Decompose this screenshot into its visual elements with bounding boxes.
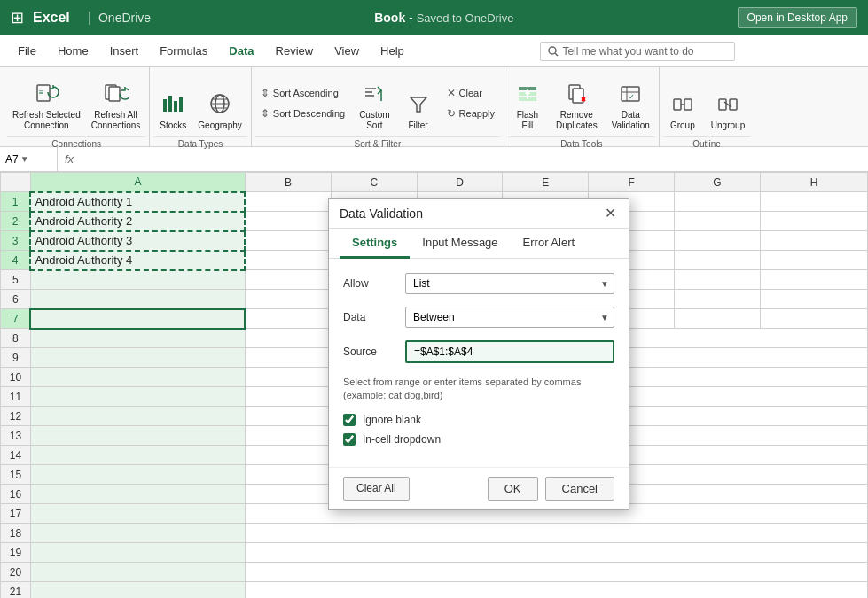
menu-home[interactable]: Home [47, 39, 99, 63]
tab-error-alert[interactable]: Error Alert [511, 229, 588, 259]
geography-button[interactable]: Geography [192, 71, 246, 135]
custom-sort-button[interactable]: CustomSort [354, 71, 395, 135]
menu-help[interactable]: Help [370, 39, 415, 63]
data-validation-button[interactable]: ✓ DataValidation [606, 71, 655, 135]
sort-descending-button[interactable]: ⇕ Sort Descending [255, 104, 350, 123]
refresh-all-icon [104, 80, 129, 108]
svg-rect-6 [163, 99, 167, 112]
svg-rect-7 [168, 96, 172, 112]
reapply-button[interactable]: ↻ Reapply [442, 104, 500, 123]
ignore-blank-label: Ignore blank [363, 414, 421, 426]
clear-label: Clear [459, 88, 482, 98]
source-control [405, 340, 614, 363]
clear-button[interactable]: ✕ Clear [442, 83, 500, 103]
tab-input-message[interactable]: Input Message [410, 229, 510, 259]
data-select[interactable]: Between Not between Equal to Not equal t… [405, 307, 614, 328]
stocks-button[interactable]: Stocks [153, 71, 192, 135]
reapply-label: Reapply [459, 108, 495, 119]
tell-me-placeholder: Tell me what you want to do [562, 45, 693, 58]
dialog-close-button[interactable]: ✕ [603, 206, 618, 221]
book-title: Book [374, 11, 405, 25]
datatools-label: Data Tools [508, 136, 655, 151]
sort-ascending-label: Sort Ascending [273, 88, 339, 98]
refresh-selected-icon: ≡ [34, 80, 59, 108]
hint-text: Select from range or enter items separat… [343, 376, 614, 403]
refresh-selected-label: Refresh SelectedConnection [12, 110, 81, 131]
tab-settings[interactable]: Settings [340, 229, 410, 259]
svg-line-37 [724, 102, 731, 107]
tell-me-box[interactable]: Tell me what you want to do [540, 42, 735, 61]
separator: | [88, 10, 91, 26]
filter-button[interactable]: Filter [399, 71, 438, 135]
group-icon [672, 94, 693, 119]
menu-bar: File Home Insert Formulas Data Review Vi… [0, 35, 868, 67]
menu-insert[interactable]: Insert [99, 39, 150, 63]
sort-descending-label: Sort Descending [273, 108, 345, 119]
saved-label: Saved to OneDrive [417, 12, 514, 25]
refresh-selected-button[interactable]: ≡ Refresh SelectedConnection [7, 71, 86, 135]
svg-rect-33 [684, 99, 692, 110]
app-name: Excel [33, 10, 70, 26]
ungroup-label: Ungroup [711, 120, 745, 131]
remove-duplicates-label: RemoveDuplicates [556, 110, 598, 131]
menu-view[interactable]: View [324, 39, 370, 63]
ribbon-datatools-section: FlashFill RemoveDuplicates ✓ DataValidat… [504, 67, 660, 146]
title-bar: ⊞ Excel | OneDrive Book - Saved to OneDr… [0, 0, 868, 35]
filter-label: Filter [408, 120, 427, 131]
in-cell-dropdown-row: In-cell dropdown [343, 433, 614, 446]
remove-duplicates-icon [566, 83, 587, 108]
svg-point-0 [549, 47, 556, 54]
sort-descending-icon: ⇕ [261, 107, 270, 120]
svg-marker-19 [411, 97, 426, 112]
ribbon-datatypes-section: Stocks Geography Data Types [150, 67, 251, 146]
ok-button[interactable]: OK [488, 477, 538, 501]
source-input[interactable] [405, 340, 614, 363]
ribbon: ≡ Refresh SelectedConnection Refresh All… [0, 67, 868, 147]
data-control: Between Not between Equal to Not equal t… [405, 307, 614, 328]
outline-label: Outline [663, 136, 750, 151]
allow-label: Allow [343, 277, 405, 290]
open-desktop-button[interactable]: Open in Desktop App [738, 7, 857, 28]
cancel-button[interactable]: Cancel [545, 477, 614, 501]
waffle-icon[interactable]: ⊞ [11, 8, 24, 27]
in-cell-dropdown-checkbox[interactable] [343, 433, 356, 446]
menu-file[interactable]: File [7, 39, 47, 63]
datatypes-label: Data Types [153, 136, 246, 151]
data-label: Data [343, 311, 405, 323]
clear-all-button[interactable]: Clear All [343, 477, 410, 501]
ribbon-connections-section: ≡ Refresh SelectedConnection Refresh All… [4, 67, 150, 146]
allow-row: Allow List Any value Whole number Decima… [343, 273, 614, 294]
title-dash: - [409, 11, 417, 25]
dialog-footer: Clear All OK Cancel [329, 467, 629, 509]
in-cell-dropdown-label: In-cell dropdown [363, 433, 441, 446]
group-button[interactable]: Group [663, 71, 702, 135]
data-validation-icon: ✓ [620, 83, 641, 108]
svg-text:✓: ✓ [629, 93, 635, 101]
formula-bar: A7 ▼ fx [0, 147, 868, 172]
flash-fill-button[interactable]: FlashFill [508, 71, 547, 135]
refresh-all-button[interactable]: Refresh AllConnections [86, 71, 146, 135]
data-row: Data Between Not between Equal to Not eq… [343, 307, 614, 328]
cell-reference[interactable]: A7 ▼ [0, 147, 58, 171]
ungroup-button[interactable]: Ungroup [706, 71, 750, 135]
dialog-titlebar: Data Validation ✕ [329, 199, 629, 229]
onedrive-label: OneDrive [98, 11, 151, 25]
fx-label: fx [58, 152, 81, 166]
filter-icon [408, 94, 429, 119]
data-validation-label: DataValidation [612, 110, 650, 131]
menu-data[interactable]: Data [218, 39, 264, 63]
ungroup-icon [717, 94, 739, 119]
source-label: Source [343, 346, 405, 358]
remove-duplicates-button[interactable]: RemoveDuplicates [551, 71, 603, 135]
svg-rect-8 [174, 101, 177, 112]
menu-review[interactable]: Review [265, 39, 325, 63]
ignore-blank-checkbox[interactable] [343, 414, 356, 426]
sortfilter-label: Sort & Filter [255, 136, 500, 151]
svg-rect-32 [674, 99, 681, 110]
dialog-title: Data Validation [340, 206, 423, 221]
dialog-overlay: Data Validation ✕ Settings Input Message… [0, 172, 868, 598]
sort-ascending-button[interactable]: ⇕ Sort Ascending [255, 83, 350, 103]
formula-input[interactable] [81, 152, 868, 166]
menu-formulas[interactable]: Formulas [149, 39, 218, 63]
allow-select[interactable]: List Any value Whole number Decimal Date… [405, 273, 614, 294]
